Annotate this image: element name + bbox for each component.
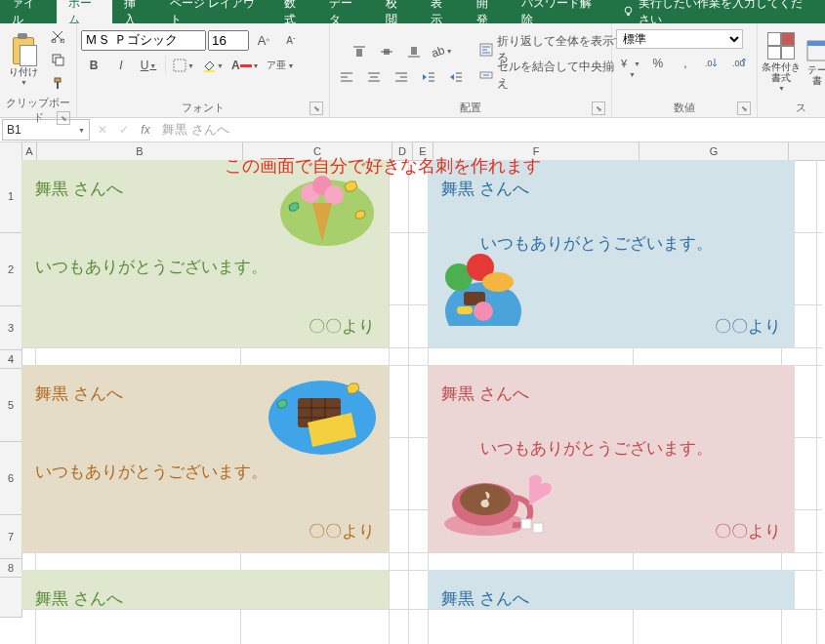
format-table-button[interactable]: テー 書 — [803, 28, 825, 97]
italic-button[interactable]: I — [108, 55, 134, 76]
font-color-button[interactable]: A▼ — [228, 55, 263, 76]
card6[interactable]: 舞黒 さんへ — [428, 570, 795, 609]
card-from: 〇〇より — [715, 520, 781, 543]
tab-review[interactable]: 校閲 — [374, 0, 419, 23]
align-middle-button[interactable] — [374, 41, 399, 62]
card-to: 舞黒 さんへ — [35, 382, 123, 405]
border-icon — [173, 59, 186, 72]
cancel-formula[interactable]: ✕ — [92, 123, 113, 137]
card-pink[interactable]: 舞黒 さんへいつもありがとうございます。〇〇より — [428, 365, 795, 552]
copy-button[interactable] — [45, 49, 70, 70]
row-headers: 12345678 — [0, 160, 22, 618]
tab-password[interactable]: パスワード解除 — [510, 0, 610, 23]
tell-me[interactable]: 実行したい作業を入力してください — [610, 0, 825, 23]
font-name-select[interactable] — [81, 30, 206, 51]
worksheet[interactable]: ABCDEFG 12345678 舞黒 さんへいつもありがとうございます。〇〇よ… — [0, 142, 825, 644]
bold-button[interactable]: B — [81, 55, 106, 76]
paste-button[interactable]: り付け ▼ — [4, 25, 43, 94]
percent-button[interactable]: % — [645, 53, 671, 74]
row-header-2[interactable]: 2 — [0, 233, 21, 306]
tab-page-layout[interactable]: ページ レイアウト — [158, 0, 272, 23]
card-body: いつもありがとうございます。 — [35, 461, 268, 483]
font-size-select[interactable] — [208, 30, 249, 51]
underline-button[interactable]: U▼ — [136, 55, 161, 76]
row-header-8[interactable]: 8 — [0, 559, 21, 578]
conditional-format-button[interactable]: 条件付き 書式▼ — [762, 28, 801, 97]
comma-button[interactable]: , — [673, 53, 698, 74]
valign-mid-icon — [380, 45, 393, 59]
group-clipboard: り付け ▼ クリップボード⬊ — [0, 23, 77, 117]
number-launcher[interactable]: ⬊ — [737, 101, 751, 115]
valign-bot-icon — [407, 45, 421, 59]
card-tan[interactable]: 舞黒 さんへいつもありがとうございます。〇〇より — [21, 365, 389, 552]
dec-indent-button[interactable] — [416, 66, 441, 88]
svg-point-41 — [324, 185, 344, 205]
card5[interactable]: 舞黒 さんへ — [21, 570, 389, 609]
tab-view[interactable]: 表示 — [419, 0, 464, 23]
dec-decimal-button[interactable]: .00 — [727, 53, 753, 74]
brush-icon — [51, 76, 64, 90]
align-left-button[interactable] — [334, 66, 359, 88]
svg-point-47 — [474, 302, 493, 321]
format-painter-button[interactable] — [45, 72, 70, 94]
fx-button[interactable]: fx — [135, 123, 156, 137]
row-header-3[interactable]: 3 — [0, 306, 21, 350]
formula-input[interactable] — [156, 120, 825, 140]
align-bottom-button[interactable] — [401, 41, 427, 62]
fill-color-button[interactable]: ▼ — [199, 55, 227, 76]
cells-area[interactable]: 舞黒 さんへいつもありがとうございます。〇〇より舞黒 さんへいつもありがとうござ… — [21, 160, 825, 644]
table-icon — [805, 39, 825, 62]
col-header-A[interactable]: A — [22, 142, 37, 160]
col-header-C[interactable]: C — [243, 142, 392, 160]
borders-button[interactable]: ▼ — [170, 55, 197, 76]
orientation-button[interactable]: ab▼ — [429, 41, 455, 62]
tab-formulas[interactable]: 数式 — [272, 0, 317, 23]
increase-font-button[interactable]: A^ — [251, 29, 276, 51]
row-header-1[interactable]: 1 — [0, 160, 21, 233]
tab-file[interactable]: ァイル — [0, 0, 57, 23]
lightbulb-icon — [622, 5, 635, 19]
svg-text:¥: ¥ — [620, 58, 628, 69]
number-format-select[interactable]: 標準 — [616, 29, 743, 49]
formula-bar: B1▼ ✕ ✓ fx — [0, 118, 825, 142]
inc-indent-button[interactable] — [443, 66, 469, 88]
col-header-E[interactable]: E — [413, 142, 433, 160]
row-header-4[interactable]: 4 — [0, 350, 21, 369]
decrease-font-button[interactable]: Aˇ — [278, 29, 304, 51]
clipboard-launcher[interactable]: ⬊ — [57, 111, 70, 125]
tab-data[interactable]: データ — [317, 0, 374, 23]
font-launcher[interactable]: ⬊ — [309, 101, 323, 115]
svg-rect-9 — [204, 70, 215, 72]
row-header-[interactable] — [0, 578, 21, 618]
halign-right-icon — [394, 70, 408, 84]
enter-formula[interactable]: ✓ — [113, 123, 135, 137]
card-green[interactable]: 舞黒 さんへいつもありがとうございます。〇〇より — [21, 160, 389, 347]
row-header-7[interactable]: 7 — [0, 515, 21, 559]
card-blue[interactable]: 舞黒 さんへいつもありがとうございます。〇〇より — [428, 160, 795, 347]
align-center-button[interactable] — [361, 66, 387, 88]
col-header-D[interactable]: D — [392, 142, 413, 160]
card-from: 〇〇より — [715, 315, 781, 338]
card-to: 舞黒 さんへ — [35, 178, 123, 200]
col-header-B[interactable]: B — [37, 142, 243, 160]
col-header-F[interactable]: F — [433, 142, 639, 160]
alignment-launcher[interactable]: ⬊ — [592, 101, 605, 115]
svg-rect-5 — [56, 58, 63, 65]
phonetic-button[interactable]: ア亜▼ — [264, 55, 297, 76]
tab-home[interactable]: ホーム — [57, 0, 113, 23]
tab-developer[interactable]: 開発 — [465, 0, 510, 23]
tab-insert[interactable]: 挿入 — [112, 0, 157, 23]
cut-button[interactable] — [45, 25, 70, 47]
card-clip — [273, 164, 381, 271]
align-top-button[interactable] — [347, 41, 372, 62]
row-header-6[interactable]: 6 — [0, 442, 21, 515]
card-to: 舞黒 さんへ — [441, 382, 529, 405]
align-right-button[interactable] — [389, 66, 414, 88]
card-body: いつもありがとうございます。 — [35, 256, 268, 278]
dec-dec-icon: .00 — [732, 57, 748, 70]
accounting-button[interactable]: ¥▼ — [616, 53, 643, 74]
inc-decimal-button[interactable]: .0 — [700, 53, 725, 74]
select-all-corner[interactable] — [0, 142, 22, 160]
row-header-5[interactable]: 5 — [0, 369, 21, 442]
col-header-G[interactable]: G — [639, 142, 789, 160]
